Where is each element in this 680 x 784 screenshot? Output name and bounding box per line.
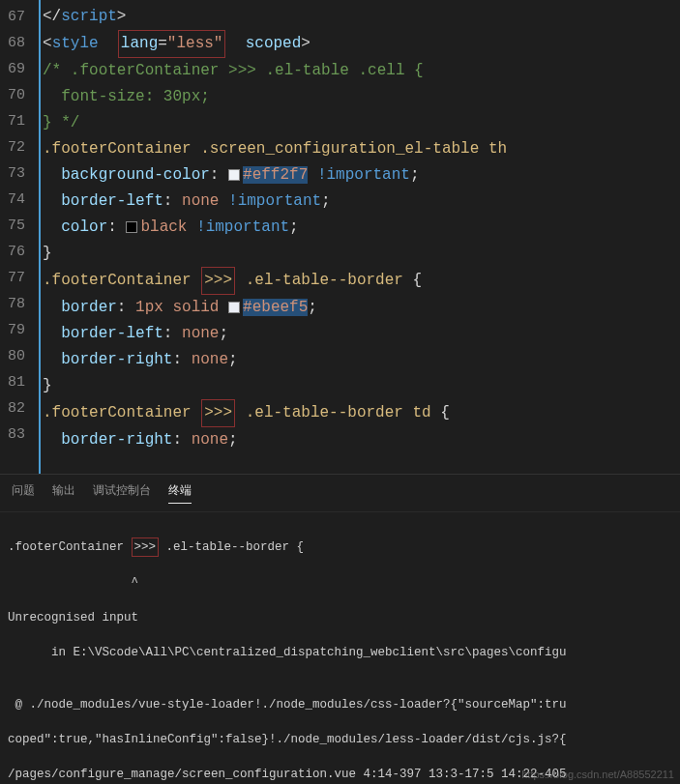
css-value: none — [192, 351, 228, 368]
line-number: 70 — [8, 82, 25, 108]
colon: : — [163, 325, 182, 342]
css-property: border — [61, 299, 117, 316]
terminal-caret: ^ — [8, 574, 672, 592]
code-line[interactable]: .footerContainer >>> .el-table--border t… — [43, 399, 680, 427]
line-number: 79 — [8, 317, 25, 343]
comment: /* .footerContainer >>> .el-table .cell … — [43, 62, 424, 79]
line-number: 80 — [8, 343, 25, 369]
css-selector: .footerContainer .screen_configuration_e… — [43, 140, 507, 158]
terminal-line: in E:\VScode\All\PC\centralized_dispatch… — [8, 644, 672, 661]
code-line[interactable]: background-color: #eff2f7 !important; — [43, 162, 680, 189]
tab-output[interactable]: 输出 — [52, 482, 75, 504]
semicolon: ; — [219, 325, 228, 342]
css-value: 1px — [135, 299, 163, 316]
highlight-box: >>> — [201, 399, 235, 427]
line-number: 83 — [8, 421, 25, 448]
semicolon: ; — [410, 166, 420, 184]
brace: } — [43, 377, 52, 394]
colon: : — [172, 351, 191, 368]
line-number: 78 — [8, 291, 25, 317]
tag-gt: > — [301, 35, 310, 52]
line-number: 82 — [8, 395, 25, 421]
css-property: border-left — [61, 325, 163, 342]
css-selector: .footerContainer — [43, 404, 192, 421]
highlight-box: >>> — [132, 537, 160, 557]
code-line[interactable]: /* .footerContainer >>> .el-table .cell … — [43, 58, 680, 84]
line-number: 81 — [8, 369, 25, 395]
code-line[interactable]: .footerContainer .screen_configuration_e… — [43, 136, 680, 162]
line-number: 72 — [8, 134, 25, 160]
css-value: none — [182, 192, 219, 210]
code-line[interactable]: <style lang="less" scoped> — [43, 30, 680, 58]
colon: : — [210, 166, 228, 184]
css-property: border-right — [61, 431, 172, 449]
css-property: border-right — [61, 351, 172, 368]
code-line[interactable]: color: black !important; — [43, 215, 680, 241]
colon: : — [172, 431, 191, 449]
semicolon: ; — [228, 351, 238, 368]
line-number: 77 — [8, 265, 25, 291]
code-line[interactable]: border-left: none; — [43, 321, 680, 347]
terminal-line: .footerContainer >>> .el-table--border { — [8, 537, 672, 557]
comment: font-size: 30px; — [43, 88, 210, 105]
tab-problems[interactable]: 问题 — [12, 482, 35, 504]
highlight-box: >>> — [201, 267, 235, 295]
tag-lt: < — [43, 35, 52, 52]
css-value: #eff2f7 — [243, 166, 308, 184]
colon: : — [163, 192, 182, 210]
code-line[interactable]: } — [43, 373, 680, 399]
css-selector: .footerContainer — [43, 272, 192, 289]
deep-combinator: >>> — [204, 272, 232, 289]
highlight-box: lang="less" — [118, 30, 226, 58]
deep-combinator: >>> — [204, 404, 232, 421]
css-selector: .el-table--border — [246, 272, 403, 289]
line-number: 68 — [8, 30, 25, 56]
css-property: border-left — [61, 192, 163, 210]
tab-debug-console[interactable]: 调试控制台 — [93, 482, 151, 504]
colon: : — [117, 299, 135, 316]
code-line[interactable]: border-left: none !important; — [43, 189, 680, 215]
line-number: 73 — [8, 160, 25, 187]
important-keyword: !important — [317, 166, 410, 184]
css-value: solid — [172, 299, 219, 316]
line-number-gutter: 67 68 69 70 71 72 73 74 75 76 77 78 79 8… — [0, 0, 39, 474]
tag-close: </ — [43, 8, 61, 25]
color-swatch — [228, 169, 240, 181]
code-editor[interactable]: 67 68 69 70 71 72 73 74 75 76 77 78 79 8… — [0, 0, 680, 474]
code-line[interactable]: border: 1px solid #ebeef5; — [43, 295, 680, 321]
comment: } */ — [43, 114, 79, 131]
terminal-line: @ ./node_modules/vue-style-loader!./node… — [8, 696, 672, 713]
brace: { — [440, 404, 450, 421]
code-line[interactable]: border-right: none; — [43, 347, 680, 373]
terminal-output[interactable]: .footerContainer >>> .el-table--border {… — [0, 512, 680, 784]
code-content[interactable]: </script> <style lang="less" scoped> /* … — [39, 0, 680, 474]
color-swatch — [228, 302, 240, 313]
css-property: background-color — [61, 166, 210, 184]
code-line[interactable]: } */ — [43, 110, 680, 136]
important-keyword: !important — [228, 192, 321, 210]
colon: : — [107, 218, 126, 236]
terminal-line: Unrecognised input — [8, 609, 672, 626]
line-number: 75 — [8, 213, 25, 239]
attr-name: lang — [121, 35, 158, 52]
code-line[interactable]: </script> — [43, 4, 680, 30]
code-line[interactable]: } — [43, 241, 680, 267]
code-line[interactable]: border-right: none; — [43, 427, 680, 453]
code-line[interactable]: .footerContainer >>> .el-table--border { — [43, 267, 680, 295]
tag-gt: > — [117, 8, 127, 25]
color-swatch — [126, 221, 137, 233]
semicolon: ; — [321, 192, 331, 210]
brace: } — [43, 245, 52, 262]
code-line[interactable]: font-size: 30px; — [43, 84, 680, 110]
css-property: color — [61, 218, 107, 236]
brace: { — [413, 272, 423, 289]
line-number: 74 — [8, 187, 25, 213]
line-number: 67 — [8, 4, 25, 30]
tag-name: script — [61, 8, 117, 25]
tag-name: style — [52, 35, 99, 52]
line-number: 76 — [8, 239, 25, 265]
css-value: #ebeef5 — [243, 299, 308, 316]
panel-tabs: 问题 输出 调试控制台 终端 — [0, 475, 680, 512]
css-value: none — [192, 431, 228, 449]
tab-terminal[interactable]: 终端 — [168, 482, 192, 504]
